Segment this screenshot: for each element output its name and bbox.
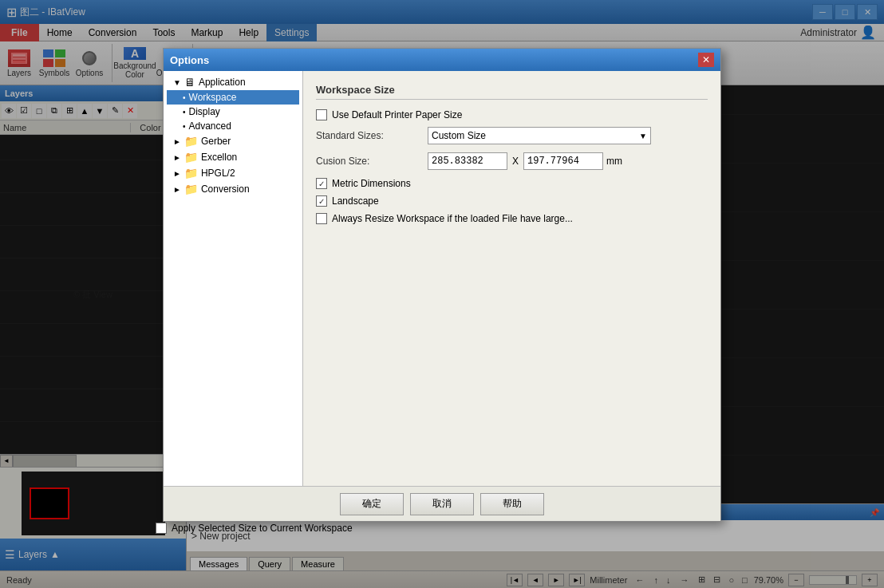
hpgl-folder-icon: 📁 [184, 167, 198, 180]
tree-hpgl[interactable]: ► 📁 HPGL/2 [167, 165, 299, 181]
standard-sizes-label: Standard Sizes: [316, 130, 428, 141]
tree-application-label: Application [199, 77, 246, 88]
excellon-expand: ► [173, 153, 181, 162]
modal-title: Options [170, 54, 209, 66]
tree-application[interactable]: ▼ 🖥 Application [167, 74, 299, 90]
always-resize-checkbox[interactable] [316, 213, 327, 224]
metric-dimensions-row: Metric Dimensions [316, 178, 708, 189]
tree-advanced[interactable]: • Advanced [167, 119, 299, 133]
custom-height-input[interactable] [523, 152, 603, 170]
modal-footer: 确定 取消 帮助 [164, 486, 720, 521]
custom-size-row: Cusion Size: X mm [316, 152, 708, 170]
help-button[interactable]: 帮助 [480, 493, 544, 515]
dot-icon: • [183, 93, 186, 102]
tree-gerber[interactable]: ► 📁 Gerber [167, 133, 299, 149]
conversion-folder-icon: 📁 [184, 183, 198, 195]
cancel-button[interactable]: 取消 [410, 493, 474, 515]
modal-close-btn[interactable]: ✕ [698, 53, 714, 67]
expand-icon: ▼ [173, 78, 181, 87]
dot-icon3: • [183, 122, 186, 131]
modal-content-area: Workspace Size Use Default Printer Paper… [303, 71, 720, 486]
apply-row: Apply Selected Size to Current Workspace [156, 523, 353, 540]
unit-label-mm: mm [603, 156, 626, 167]
conversion-expand: ► [173, 185, 181, 194]
x-separator: X [507, 156, 523, 167]
landscape-label: Landscape [332, 195, 379, 207]
modal-overlay: Options ✕ ▼ 🖥 Application • Workspace • … [0, 0, 884, 588]
standard-sizes-value: Custom Size [432, 130, 486, 141]
apply-size-label: Apply Selected Size to Current Workspace [172, 523, 353, 534]
landscape-row: Landscape [316, 195, 708, 207]
apply-size-checkbox[interactable] [156, 523, 167, 534]
tree-workspace-label: Workspace [189, 92, 237, 103]
tree-display[interactable]: • Display [167, 105, 299, 119]
tree-conversion[interactable]: ► 📁 Conversion [167, 181, 299, 197]
modal-title-bar: Options ✕ [164, 49, 720, 71]
custom-width-input[interactable] [428, 152, 507, 170]
use-default-label: Use Default Printer Paper Size [332, 109, 462, 120]
tree-excellon-label: Excellon [201, 152, 237, 163]
use-default-checkbox[interactable] [316, 109, 327, 120]
metric-dimensions-label: Metric Dimensions [332, 178, 411, 189]
standard-sizes-row: Standard Sizes: Custom Size ▼ [316, 127, 708, 144]
tree-gerber-label: Gerber [201, 136, 231, 147]
use-default-row: Use Default Printer Paper Size [316, 109, 708, 120]
options-modal: Options ✕ ▼ 🖥 Application • Workspace • … [163, 48, 721, 522]
always-resize-row: Always Resize Workspace if the loaded Fi… [316, 213, 708, 224]
gerber-folder-icon: 📁 [184, 135, 198, 148]
metric-dimensions-checkbox[interactable] [316, 178, 327, 189]
tree-display-label: Display [189, 106, 220, 117]
tree-workspace[interactable]: • Workspace [167, 90, 299, 105]
checkboxes-section: Metric Dimensions Landscape Always Resiz… [316, 178, 708, 224]
confirm-button[interactable]: 确定 [340, 493, 404, 515]
dot-icon2: • [183, 108, 186, 116]
excellon-folder-icon: 📁 [184, 151, 198, 164]
apply-size-row: Apply Selected Size to Current Workspace [156, 523, 353, 534]
standard-sizes-select[interactable]: Custom Size ▼ [428, 127, 651, 144]
tree-excellon[interactable]: ► 📁 Excellon [167, 149, 299, 165]
app-icon: 🖥 [184, 76, 195, 89]
modal-body: ▼ 🖥 Application • Workspace • Display • … [164, 71, 720, 486]
select-arrow-icon: ▼ [639, 132, 647, 140]
tree-hpgl-label: HPGL/2 [201, 168, 235, 179]
modal-tree: ▼ 🖥 Application • Workspace • Display • … [164, 71, 303, 486]
tree-advanced-label: Advanced [189, 120, 231, 132]
gerber-expand: ► [173, 137, 181, 146]
section-title: Workspace Size [316, 84, 708, 100]
custom-size-label: Cusion Size: [316, 156, 428, 167]
tree-conversion-label: Conversion [201, 184, 250, 195]
landscape-checkbox[interactable] [316, 195, 327, 207]
always-resize-label: Always Resize Workspace if the loaded Fi… [332, 213, 573, 224]
hpgl-expand: ► [173, 169, 181, 178]
